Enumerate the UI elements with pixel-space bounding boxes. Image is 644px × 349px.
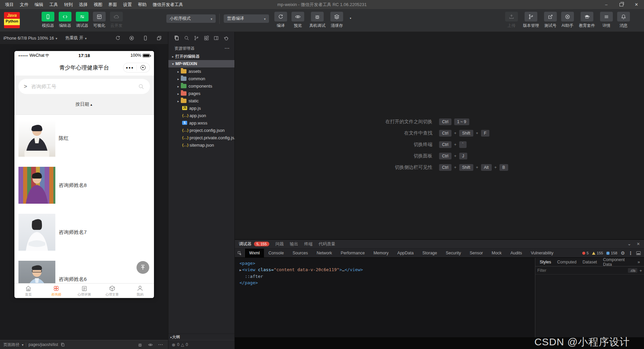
device-selector[interactable]: iPhone 6/7/8 Plus 100% 16 [0,36,61,41]
ai-assistant-button[interactable]: AI助手 [560,12,575,29]
dom-node[interactable]: <view [242,267,255,272]
visualization-button[interactable]: 可视化 [92,12,106,29]
education-kit-button[interactable]: 教育套件 [578,12,596,29]
minimize-button[interactable] [599,0,614,9]
tab-styles[interactable]: Styles [537,258,554,266]
stop-icon[interactable] [129,35,135,41]
files-icon[interactable] [174,35,179,41]
dom-node[interactable]: <page> [239,261,255,266]
menu-edit[interactable]: 编辑 [32,0,46,9]
simulator-button[interactable]: 模拟器 [41,12,55,29]
menu-select[interactable]: 选择 [76,0,91,9]
list-item[interactable]: 咨询师姓名6 [14,256,154,283]
panel-tab-problems[interactable]: 问题 [275,241,284,247]
menu-help[interactable]: 帮助 [135,0,150,9]
devtools-tab-mock[interactable]: Mock [487,249,506,257]
tab-counselor[interactable]: 咨询师 [42,284,70,298]
list-item[interactable]: 咨询师姓名8 [14,162,154,209]
open-editors-section[interactable]: 打开的编辑器 [168,53,234,60]
pseudo-element[interactable]: ::after [245,274,263,279]
more-tabs-icon[interactable] [638,259,643,264]
search-box[interactable]: > [18,79,150,94]
tab-component-data[interactable]: Component Data [600,258,638,266]
rotate-icon[interactable] [115,35,121,41]
devtools-tab-storage[interactable]: Storage [418,249,441,257]
wxml-dom-tree[interactable]: <page> ▶<view class="content data-v-20c6… [235,258,535,337]
devtools-tab-network[interactable]: Network [312,249,336,257]
clear-cache-button[interactable]: 清缓存 [330,12,344,29]
file-app-js[interactable]: JSapp.js [168,104,234,112]
dom-node[interactable]: </page> [239,280,258,285]
menu-file[interactable]: 文件 [17,0,32,9]
menu-devtools[interactable]: 微信开发者工具 [150,0,186,9]
messages-button[interactable]: 消息 [616,12,631,29]
dock-side-icon[interactable] [636,251,641,255]
editor-button[interactable]: 编辑器 [58,12,72,29]
cloud-dev-button[interactable]: 云开发 [109,12,123,29]
cls-toggle[interactable]: .cls [628,268,638,273]
tab-articles[interactable]: 心理文章 [98,284,126,298]
details-button[interactable]: 详情 [599,12,613,29]
device-frame-icon[interactable] [143,35,148,41]
devtools-tab-sensor[interactable]: Sensor [465,249,487,257]
test-account-button[interactable]: 测试号 [543,12,557,29]
menu-interface[interactable]: 界面 [105,0,120,9]
page-path-label[interactable]: 页面路径 [3,342,19,348]
devtools-tab-memory[interactable]: Memory [369,249,393,257]
hot-reload-toggle[interactable]: 热重载 开 [61,35,92,41]
file-app-wxss[interactable]: Sapp.wxss [168,119,234,127]
devtools-tab-vulnerability[interactable]: Vulnerability [526,249,558,257]
minimize-miniprogram-button[interactable] [137,65,150,70]
project-root-row[interactable]: MP-WEIXIN [168,60,234,67]
upload-button[interactable]: 上传 [504,12,519,29]
list-item[interactable]: 陈红 [14,115,154,162]
folder-common[interactable]: common [168,75,234,82]
folder-assets[interactable]: assets [168,67,234,75]
devtools-tab-wxml[interactable]: Wxml [245,249,264,257]
file-sitemap-json[interactable]: {..}sitemap.json [168,141,234,149]
compile-mode-select[interactable]: 普通编译 [224,14,269,23]
console-warning-counter[interactable]: 155 [592,251,603,255]
collapse-panel-icon[interactable] [627,242,631,246]
tab-home[interactable]: 首页 [14,284,42,298]
tab-computed[interactable]: Computed [554,258,580,266]
close-button[interactable] [629,0,644,9]
menu-goto[interactable]: 转到 [61,0,76,9]
more-vertical-icon[interactable] [628,250,633,256]
devtools-tab-performance[interactable]: Performance [336,249,369,257]
sort-by-date-button[interactable]: 按日期 [14,94,154,115]
back-to-top-button[interactable] [137,261,149,274]
menu-tools[interactable]: 工具 [46,0,61,9]
file-app-json[interactable]: {..}app.json [168,112,234,119]
devtools-tab-console[interactable]: Console [264,249,288,257]
debugger-button[interactable]: 调试器 [75,12,89,29]
devtools-tab-appdata[interactable]: AppData [393,249,418,257]
tab-dataset[interactable]: Dataset [580,258,600,266]
search-icon[interactable] [138,83,145,90]
inspect-element-button[interactable] [235,249,245,257]
eye-icon[interactable] [148,342,153,347]
outline-section[interactable]: 大纲 [168,334,234,340]
folder-components[interactable]: components [168,82,234,90]
tab-profile[interactable]: 我的 [126,284,154,298]
gear-icon[interactable] [621,250,625,256]
detach-window-icon[interactable] [156,35,162,41]
devtools-tab-sources[interactable]: Sources [288,249,312,257]
close-panel-icon[interactable] [637,242,640,246]
panel-tab-debugger[interactable]: 调试器 5, 155 [239,241,269,247]
console-error-counter[interactable]: 5 [582,251,589,255]
maximize-button[interactable] [614,0,629,9]
more-horizontal-icon[interactable] [225,46,230,51]
tab-assessment[interactable]: 心理评测 [70,284,98,298]
list-item[interactable]: 咨询师姓名7 [14,209,154,256]
search-input[interactable] [31,84,138,89]
more-horizontal-icon[interactable] [158,342,163,347]
bug-icon[interactable] [138,342,143,347]
panel-tab-code-quality[interactable]: 代码质量 [319,241,335,247]
panel-tab-terminal[interactable]: 终端 [304,241,313,247]
menu-view[interactable]: 视图 [91,0,105,9]
remote-debug-button[interactable]: 真机调试 [308,12,327,29]
devtools-tab-audits[interactable]: Audits [506,249,527,257]
devtools-tab-security[interactable]: Security [441,249,465,257]
search-icon[interactable] [184,35,190,41]
